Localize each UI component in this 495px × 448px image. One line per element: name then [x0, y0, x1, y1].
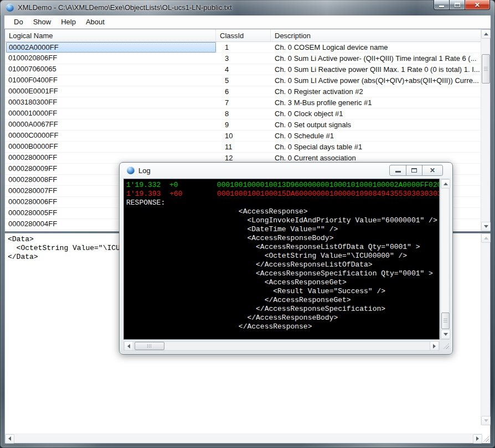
log-titlebar[interactable]: Log ✕ — [120, 163, 452, 178]
maximize-button[interactable] — [450, 0, 465, 10]
scroll-down-button[interactable] — [481, 222, 491, 231]
cell-logical-name: 0003180300FF — [5, 97, 216, 108]
log-line: <AccessResponseSpecification Qty="0001" … — [124, 269, 439, 278]
log-line: </AccessResponseGet> — [124, 296, 439, 305]
cell-logical-name: 00000B0000FF — [5, 142, 216, 152]
log-app-icon — [127, 166, 135, 174]
scrollbar-thumb[interactable] — [135, 342, 164, 350]
table-row[interactable]: 00000B0000FF 11 Ch. 0 Special days table… — [5, 142, 481, 153]
caption-buttons: ✕ — [434, 0, 490, 10]
table-row[interactable]: 00000E0001FF 6 Ch. 0 Register activation… — [5, 86, 481, 97]
cell-logical-name: 010007060065 — [5, 64, 216, 75]
log-line: </AccessResponseListOfData> — [124, 261, 439, 269]
screen: XMLDemo - C:\A\XMLDemo\Exe\ObjectLists\O… — [0, 0, 495, 448]
cell-classid: 5 — [216, 75, 271, 86]
cell-classid: 6 — [216, 86, 271, 97]
log-maximize-button[interactable] — [406, 165, 422, 175]
log-terminal[interactable]: 1'19.332 +0 0001001000010013D96000000010… — [123, 179, 440, 340]
detail-vertical-scrollbar[interactable] — [481, 233, 490, 425]
menu-item[interactable]: Show — [28, 16, 56, 28]
minimize-icon — [439, 6, 444, 7]
table-row[interactable]: 010007060065 4 Ch. 0 Sum Li Reactive pow… — [5, 64, 481, 75]
scroll-left-button[interactable] — [124, 341, 133, 351]
cell-classid: 4 — [216, 64, 271, 75]
cell-logical-name: 00000C0000FF — [5, 131, 216, 141]
minimize-icon — [395, 171, 401, 173]
log-line: <Result Value="Success" /> — [124, 287, 439, 296]
cell-description: Ch. 0 COSEM Logical device name — [271, 42, 481, 53]
detail-horizontal-scrollbar[interactable] — [5, 434, 482, 443]
menubar: DoShowHelpAbout — [4, 15, 491, 29]
column-header[interactable]: Logical Name — [5, 29, 216, 41]
cell-description: Ch. 0 Clock object #1 — [271, 108, 481, 119]
table-header: Logical NameClassIdDescription — [5, 29, 490, 42]
log-window: Log ✕ 1'19.332 +0 0001001000010013D96000… — [119, 162, 453, 355]
cell-description: Ch. 0 Register activation #2 — [271, 86, 481, 97]
cell-classid: 1 — [216, 42, 271, 53]
log-window-title: Log — [138, 166, 151, 175]
table-row[interactable]: 0003180300FF 7 Ch. 3 M-Bus profile gener… — [5, 97, 481, 108]
arrow-right-icon — [476, 436, 479, 441]
cell-logical-name: 00002A0000FF — [5, 42, 216, 53]
log-line: 1'19.393 +60 0001000100100015DA600000001… — [124, 190, 439, 199]
close-icon: ✕ — [430, 167, 435, 174]
menu-item[interactable]: Help — [56, 16, 81, 28]
cell-description: Ch. 0 Sum Li Active power- (QII+QIII) Ti… — [271, 53, 481, 64]
scrollbar-thumb[interactable] — [482, 54, 490, 84]
arrow-up-icon — [444, 183, 448, 185]
scroll-up-button[interactable] — [481, 233, 491, 243]
cell-logical-name: 01000F0400FF — [5, 75, 216, 86]
menu-item[interactable]: About — [81, 16, 110, 28]
arrow-right-icon — [433, 344, 436, 348]
log-line: RESPONSE: — [124, 199, 439, 207]
log-line: </AccessResponse> — [124, 322, 439, 331]
scroll-right-button[interactable] — [473, 434, 482, 444]
list-vertical-scrollbar[interactable] — [481, 29, 490, 231]
resize-grip[interactable] — [482, 435, 489, 442]
column-header[interactable]: ClassId — [216, 29, 271, 41]
cell-classid: 10 — [216, 131, 271, 141]
table-row[interactable]: 00000A0067FF 9 Ch. 0 Set output signals — [5, 119, 481, 131]
minimize-button[interactable] — [434, 0, 450, 10]
log-vertical-scrollbar[interactable] — [440, 179, 450, 340]
close-button[interactable]: ✕ — [465, 0, 490, 10]
log-line: <LongInvokeIdAndPriority Value="60000001… — [124, 216, 439, 225]
column-header[interactable]: Description — [271, 29, 490, 41]
log-minimize-button[interactable] — [390, 165, 406, 175]
log-line: 1'19.332 +0 0001001000010013D96000000010… — [124, 181, 439, 190]
cell-description: Ch. 0 Schedule #1 — [271, 131, 481, 141]
table-row[interactable]: 0000010000FF 8 Ch. 0 Clock object #1 — [5, 108, 481, 119]
table-row[interactable]: 00000C0000FF 10 Ch. 0 Schedule #1 — [5, 131, 481, 142]
cell-classid: 11 — [216, 142, 271, 152]
log-close-button[interactable]: ✕ — [422, 165, 442, 175]
scroll-down-button[interactable] — [441, 330, 450, 339]
log-resize-grip[interactable] — [442, 342, 449, 349]
cell-description: Ch. 3 M-Bus profile generic #1 — [271, 97, 481, 108]
log-caption-buttons: ✕ — [390, 165, 442, 175]
arrow-up-icon — [484, 237, 488, 239]
scrollbar-thumb[interactable] — [441, 312, 450, 329]
cell-classid: 8 — [216, 108, 271, 119]
cell-description: Ch. 0 Sum Li Reactive power QIII Max. 1 … — [271, 64, 481, 75]
log-horizontal-scrollbar[interactable] — [123, 341, 440, 351]
close-icon: ✕ — [475, 2, 480, 8]
log-line: <OctetString Value="\ICU00000" /> — [124, 252, 439, 261]
scroll-right-button[interactable] — [430, 341, 439, 351]
scroll-down-button[interactable] — [481, 416, 491, 425]
arrow-down-icon — [484, 419, 488, 422]
scroll-left-button[interactable] — [5, 434, 14, 444]
log-line: </AccessResponseBody> — [124, 314, 439, 322]
log-line: <DateTime Value="" /> — [124, 225, 439, 234]
cell-classid: 3 — [216, 53, 271, 64]
scroll-up-button[interactable] — [441, 179, 450, 189]
scroll-up-button[interactable] — [481, 29, 491, 39]
menu-item[interactable]: Do — [9, 16, 28, 28]
table-row[interactable]: 0100020806FF 3 Ch. 0 Sum Li Active power… — [5, 53, 481, 64]
app-icon — [6, 4, 14, 12]
table-row[interactable]: 00002A0000FF 1 Ch. 0 COSEM Logical devic… — [5, 42, 481, 53]
log-line: </AccessResponseSpecification> — [124, 305, 439, 314]
main-titlebar[interactable]: XMLDemo - C:\A\XMLDemo\Exe\ObjectLists\O… — [0, 0, 495, 15]
table-row[interactable]: 01000F0400FF 5 Ch. 0 Sum LI Active power… — [5, 75, 481, 86]
arrow-left-icon — [127, 344, 130, 348]
maximize-icon — [411, 168, 417, 173]
